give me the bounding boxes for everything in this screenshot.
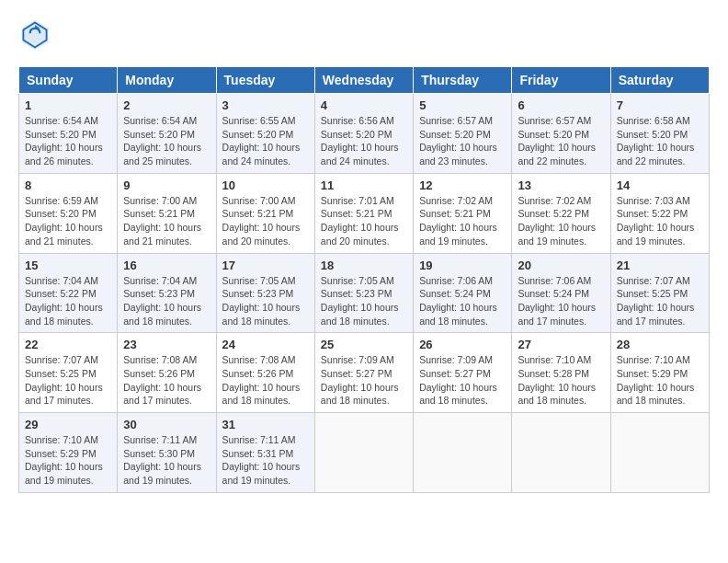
day-info: Sunrise: 7:05 AM Sunset: 5:23 PM Dayligh…: [222, 274, 309, 328]
day-number: 29: [25, 418, 111, 431]
day-number: 17: [222, 259, 309, 272]
day-info: Sunrise: 7:02 AM Sunset: 5:22 PM Dayligh…: [518, 194, 604, 248]
logo: [18, 18, 55, 52]
day-info: Sunrise: 7:04 AM Sunset: 5:22 PM Dayligh…: [25, 274, 111, 328]
day-info: Sunrise: 7:06 AM Sunset: 5:24 PM Dayligh…: [518, 274, 604, 328]
logo-icon: [18, 18, 51, 52]
day-number: 20: [518, 259, 604, 272]
calendar-header-sunday: Sunday: [19, 67, 118, 94]
calendar-header-saturday: Saturday: [610, 67, 709, 94]
calendar-cell: 18Sunrise: 7:05 AM Sunset: 5:23 PM Dayli…: [314, 253, 413, 333]
day-number: 8: [25, 178, 111, 192]
day-info: Sunrise: 6:54 AM Sunset: 5:20 PM Dayligh…: [123, 114, 210, 168]
day-number: 18: [321, 259, 407, 272]
calendar-cell: 25Sunrise: 7:09 AM Sunset: 5:27 PM Dayli…: [314, 333, 413, 413]
day-info: Sunrise: 7:07 AM Sunset: 5:25 PM Dayligh…: [25, 353, 111, 408]
calendar-cell: 1Sunrise: 6:54 AM Sunset: 5:20 PM Daylig…: [19, 94, 118, 174]
calendar-cell: [314, 413, 413, 493]
calendar-cell: 28Sunrise: 7:10 AM Sunset: 5:29 PM Dayli…: [610, 333, 709, 413]
calendar-cell: 26Sunrise: 7:09 AM Sunset: 5:27 PM Dayli…: [414, 333, 512, 413]
day-info: Sunrise: 7:03 AM Sunset: 5:22 PM Dayligh…: [617, 194, 703, 248]
day-info: Sunrise: 6:57 AM Sunset: 5:20 PM Dayligh…: [518, 114, 604, 168]
day-info: Sunrise: 6:58 AM Sunset: 5:20 PM Dayligh…: [617, 114, 703, 168]
day-info: Sunrise: 7:11 AM Sunset: 5:31 PM Dayligh…: [222, 433, 309, 488]
calendar-cell: 20Sunrise: 7:06 AM Sunset: 5:24 PM Dayli…: [512, 253, 610, 333]
calendar-cell: 16Sunrise: 7:04 AM Sunset: 5:23 PM Dayli…: [118, 253, 216, 333]
calendar-body: 1Sunrise: 6:54 AM Sunset: 5:20 PM Daylig…: [19, 94, 710, 493]
calendar-header-tuesday: Tuesday: [216, 67, 314, 94]
calendar-week-4: 22Sunrise: 7:07 AM Sunset: 5:25 PM Dayli…: [19, 333, 710, 413]
calendar-cell: 24Sunrise: 7:08 AM Sunset: 5:26 PM Dayli…: [216, 333, 314, 413]
calendar-header-friday: Friday: [512, 67, 610, 94]
calendar-cell: [610, 413, 709, 493]
day-number: 4: [321, 98, 407, 112]
calendar-week-3: 15Sunrise: 7:04 AM Sunset: 5:22 PM Dayli…: [19, 253, 710, 333]
calendar-cell: 6Sunrise: 6:57 AM Sunset: 5:20 PM Daylig…: [512, 94, 610, 174]
day-info: Sunrise: 7:09 AM Sunset: 5:27 PM Dayligh…: [321, 353, 407, 408]
calendar-week-1: 1Sunrise: 6:54 AM Sunset: 5:20 PM Daylig…: [19, 94, 710, 174]
day-number: 9: [123, 178, 210, 192]
day-number: 12: [419, 178, 506, 192]
day-number: 14: [617, 178, 703, 192]
calendar-cell: 10Sunrise: 7:00 AM Sunset: 5:21 PM Dayli…: [216, 173, 314, 253]
day-number: 23: [123, 338, 210, 351]
day-number: 5: [419, 98, 506, 112]
day-number: 19: [419, 259, 506, 272]
day-number: 1: [25, 98, 111, 112]
svg-marker-0: [22, 20, 49, 50]
day-number: 24: [222, 338, 309, 351]
calendar-cell: 19Sunrise: 7:06 AM Sunset: 5:24 PM Dayli…: [414, 253, 512, 333]
day-info: Sunrise: 6:54 AM Sunset: 5:20 PM Dayligh…: [25, 114, 111, 168]
calendar-cell: 11Sunrise: 7:01 AM Sunset: 5:21 PM Dayli…: [314, 173, 413, 253]
day-info: Sunrise: 6:59 AM Sunset: 5:20 PM Dayligh…: [25, 194, 111, 248]
calendar-header-wednesday: Wednesday: [314, 67, 413, 94]
calendar-cell: 4Sunrise: 6:56 AM Sunset: 5:20 PM Daylig…: [314, 94, 413, 174]
day-info: Sunrise: 7:11 AM Sunset: 5:30 PM Dayligh…: [123, 433, 210, 488]
calendar-cell: 17Sunrise: 7:05 AM Sunset: 5:23 PM Dayli…: [216, 253, 314, 333]
day-info: Sunrise: 7:08 AM Sunset: 5:26 PM Dayligh…: [123, 353, 210, 408]
day-number: 30: [123, 418, 210, 431]
calendar-week-5: 29Sunrise: 7:10 AM Sunset: 5:29 PM Dayli…: [19, 413, 710, 493]
day-number: 31: [222, 418, 309, 431]
day-info: Sunrise: 7:04 AM Sunset: 5:23 PM Dayligh…: [123, 274, 210, 328]
calendar-cell: 12Sunrise: 7:02 AM Sunset: 5:21 PM Dayli…: [414, 173, 512, 253]
calendar-cell: 9Sunrise: 7:00 AM Sunset: 5:21 PM Daylig…: [118, 173, 216, 253]
calendar-cell: 21Sunrise: 7:07 AM Sunset: 5:25 PM Dayli…: [610, 253, 709, 333]
day-number: 7: [617, 98, 703, 112]
day-number: 25: [321, 338, 407, 351]
day-number: 11: [321, 178, 407, 192]
day-info: Sunrise: 7:10 AM Sunset: 5:29 PM Dayligh…: [25, 433, 111, 488]
day-info: Sunrise: 7:02 AM Sunset: 5:21 PM Dayligh…: [419, 194, 506, 248]
calendar-cell: 31Sunrise: 7:11 AM Sunset: 5:31 PM Dayli…: [216, 413, 314, 493]
day-number: 3: [222, 98, 309, 112]
calendar-cell: [512, 413, 610, 493]
day-number: 2: [123, 98, 210, 112]
day-number: 13: [518, 178, 604, 192]
calendar-cell: 2Sunrise: 6:54 AM Sunset: 5:20 PM Daylig…: [118, 94, 216, 174]
calendar-cell: 7Sunrise: 6:58 AM Sunset: 5:20 PM Daylig…: [610, 94, 709, 174]
day-number: 21: [617, 259, 703, 272]
calendar-cell: 5Sunrise: 6:57 AM Sunset: 5:20 PM Daylig…: [414, 94, 512, 174]
day-info: Sunrise: 6:57 AM Sunset: 5:20 PM Dayligh…: [419, 114, 506, 168]
day-info: Sunrise: 7:07 AM Sunset: 5:25 PM Dayligh…: [617, 274, 703, 328]
calendar-cell: 23Sunrise: 7:08 AM Sunset: 5:26 PM Dayli…: [118, 333, 216, 413]
calendar-header-row: SundayMondayTuesdayWednesdayThursdayFrid…: [19, 67, 710, 94]
calendar-header-monday: Monday: [118, 67, 216, 94]
day-number: 15: [25, 259, 111, 272]
day-info: Sunrise: 7:06 AM Sunset: 5:24 PM Dayligh…: [419, 274, 506, 328]
calendar-cell: 30Sunrise: 7:11 AM Sunset: 5:30 PM Dayli…: [118, 413, 216, 493]
calendar-table: SundayMondayTuesdayWednesdayThursdayFrid…: [18, 66, 710, 493]
day-info: Sunrise: 7:00 AM Sunset: 5:21 PM Dayligh…: [222, 194, 309, 248]
day-info: Sunrise: 7:10 AM Sunset: 5:28 PM Dayligh…: [518, 353, 604, 408]
day-number: 6: [518, 98, 604, 112]
day-number: 22: [25, 338, 111, 351]
calendar-cell: 8Sunrise: 6:59 AM Sunset: 5:20 PM Daylig…: [19, 173, 118, 253]
day-info: Sunrise: 7:01 AM Sunset: 5:21 PM Dayligh…: [321, 194, 407, 248]
day-info: Sunrise: 7:09 AM Sunset: 5:27 PM Dayligh…: [419, 353, 506, 408]
day-info: Sunrise: 6:55 AM Sunset: 5:20 PM Dayligh…: [222, 114, 309, 168]
calendar-cell: 27Sunrise: 7:10 AM Sunset: 5:28 PM Dayli…: [512, 333, 610, 413]
day-info: Sunrise: 7:08 AM Sunset: 5:26 PM Dayligh…: [222, 353, 309, 408]
day-number: 28: [617, 338, 703, 351]
calendar-cell: 3Sunrise: 6:55 AM Sunset: 5:20 PM Daylig…: [216, 94, 314, 174]
calendar-cell: 29Sunrise: 7:10 AM Sunset: 5:29 PM Dayli…: [19, 413, 118, 493]
